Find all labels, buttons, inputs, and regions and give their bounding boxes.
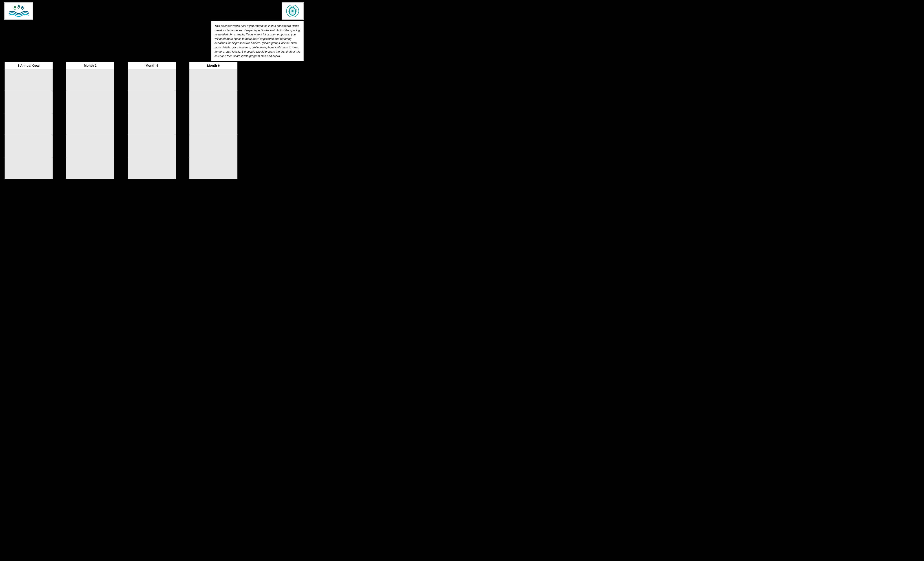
info-box: This calendar works best if you reproduc… [211, 21, 304, 61]
main-content: $ Annual Goal Month 2 Month 4 [0, 62, 308, 179]
cell-month4-4 [128, 135, 176, 157]
info-box-text: This calendar works best if you reproduc… [214, 24, 300, 58]
cell-month2-4 [66, 135, 114, 157]
cell-annual-goal-2 [4, 91, 53, 113]
column-header-month4: Month 4 [128, 62, 176, 69]
column-annual-goal: $ Annual Goal [4, 62, 53, 179]
column-month2: Month 2 [66, 62, 114, 179]
cell-month6-4 [189, 135, 238, 157]
logo-right-icon [285, 4, 301, 18]
page: This calendar works best if you reproduc… [0, 0, 308, 187]
logo-left [4, 2, 33, 20]
cell-annual-goal-1 [4, 69, 53, 91]
svg-point-1 [18, 5, 20, 7]
cell-month6-2 [189, 91, 238, 113]
cell-annual-goal-5 [4, 157, 53, 179]
svg-point-0 [14, 6, 16, 8]
column-header-annual-goal: $ Annual Goal [4, 62, 53, 69]
cell-month2-1 [66, 69, 114, 91]
cell-month6-5 [189, 157, 238, 179]
cell-month4-3 [128, 113, 176, 135]
header [0, 0, 308, 22]
logo-right [282, 2, 304, 20]
cell-month2-3 [66, 113, 114, 135]
cell-month2-2 [66, 91, 114, 113]
svg-point-5 [292, 10, 293, 12]
cell-month6-3 [189, 113, 238, 135]
column-header-month6: Month 6 [189, 62, 238, 69]
cell-annual-goal-3 [4, 113, 53, 135]
column-month6: Month 6 [189, 62, 238, 179]
cell-month4-1 [128, 69, 176, 91]
logo-left-icon [7, 4, 31, 18]
cell-month6-1 [189, 69, 238, 91]
column-header-month2: Month 2 [66, 62, 114, 69]
svg-point-2 [21, 6, 24, 8]
cell-month4-2 [128, 91, 176, 113]
cell-annual-goal-4 [4, 135, 53, 157]
cell-month2-5 [66, 157, 114, 179]
cell-month4-5 [128, 157, 176, 179]
column-month4: Month 4 [128, 62, 176, 179]
